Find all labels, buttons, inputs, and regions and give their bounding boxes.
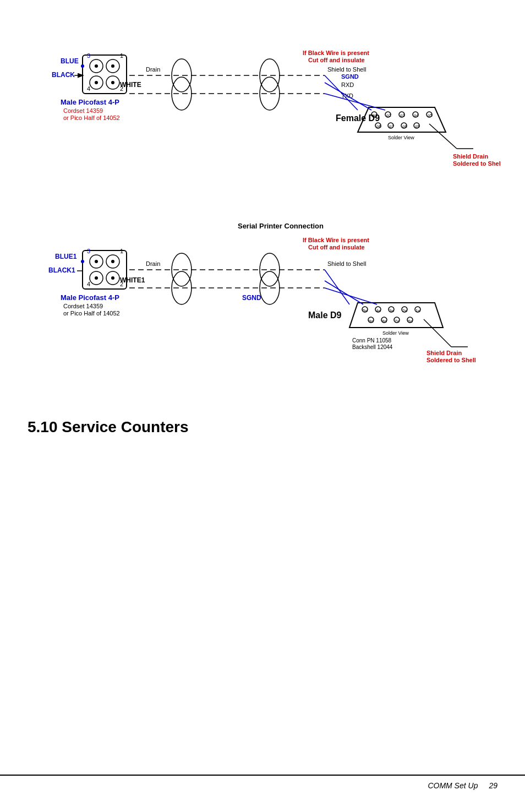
soldered-to-shell-label2: Soldered to Shell	[426, 357, 476, 363]
svg-text:o2: o2	[386, 113, 391, 118]
svg-text:3: 3	[87, 248, 90, 254]
svg-point-51	[111, 260, 114, 263]
shield-to-shell-label1: Shield to Shell	[327, 66, 366, 73]
white-label: WHITE	[120, 81, 141, 89]
svg-point-13	[81, 64, 84, 68]
cut-off-label2: Cut off and insulate	[308, 244, 365, 250]
svg-marker-66	[349, 303, 443, 328]
svg-text:6o: 6o	[408, 319, 413, 324]
white1-label: WHITE1	[120, 276, 145, 284]
black-label: BLACK	[52, 71, 75, 79]
soldered-to-shell-label1: Soldered to Shell	[453, 160, 501, 167]
svg-text:9o: 9o	[369, 319, 374, 324]
male-d9-label: Male D9	[308, 310, 342, 320]
serial-printer-title: Serial Printer Connection	[238, 222, 324, 230]
cut-off-label1: Cut off and insulate	[308, 57, 365, 63]
svg-point-5	[95, 64, 98, 68]
svg-text:2o: 2o	[402, 308, 407, 313]
if-black-label1: If Black Wire is present	[303, 50, 369, 56]
backshell-label: Backshell 12044	[352, 344, 393, 350]
drain-label1: Drain	[146, 66, 160, 73]
svg-text:o9: o9	[415, 124, 420, 129]
svg-line-87	[325, 288, 377, 304]
cordset-label1: Cordset 14359	[63, 107, 103, 114]
svg-point-50	[95, 260, 98, 263]
svg-point-7	[95, 81, 98, 84]
diagram1-female-d9: 3 1 2 4 BLUE BLACK WHITE M	[28, 22, 501, 193]
svg-text:o5: o5	[428, 113, 433, 118]
diagram2-male-d9: Serial Printer Connection If Black Wire …	[28, 215, 501, 391]
shield-drain-label2: Shield Drain	[426, 350, 462, 356]
blue1-label: BLUE1	[55, 253, 77, 260]
blue-label: BLUE	[61, 57, 79, 65]
shield-drain-label1: Shield Drain	[453, 153, 488, 160]
sgnd-label1: SGND	[341, 73, 359, 80]
conn-pn-label: Conn PN 11058	[352, 337, 392, 344]
svg-text:1: 1	[120, 52, 123, 59]
male-picofast-label2: Male Picofast 4-P	[61, 293, 119, 302]
svg-point-8	[111, 81, 114, 84]
svg-line-43	[429, 124, 457, 149]
svg-text:8o: 8o	[382, 319, 387, 324]
male-picofast-label1: Male Picofast 4-P	[61, 98, 119, 106]
shield-to-shell-label2: Shield to Shell	[327, 260, 366, 267]
svg-point-52	[95, 276, 98, 280]
female-d9-label: Female D9	[336, 113, 380, 123]
rxd-label1: RXD	[341, 81, 354, 88]
svg-text:o3: o3	[400, 113, 405, 118]
sgnd-label2: SGND	[242, 294, 261, 302]
svg-point-58	[81, 260, 84, 263]
footer-right: COMM Set Up 29	[428, 781, 497, 790]
cordset-label2: Cordset 14359	[63, 303, 103, 309]
svg-text:4: 4	[87, 281, 90, 287]
svg-point-6	[111, 64, 114, 68]
solder-view-label1: Solder View	[388, 135, 414, 140]
svg-text:4: 4	[87, 85, 90, 92]
svg-text:3o: 3o	[389, 308, 394, 313]
svg-text:1o: 1o	[415, 308, 420, 313]
solder-view-label2: Solder View	[382, 330, 409, 336]
footer-page-number: 29	[489, 781, 497, 790]
svg-text:3: 3	[87, 52, 90, 59]
svg-text:o7: o7	[389, 124, 394, 129]
drain-label2: Drain	[146, 260, 160, 267]
svg-text:1: 1	[120, 248, 123, 254]
svg-line-88	[424, 319, 451, 347]
if-black-label2: If Black Wire is present	[303, 237, 369, 243]
svg-text:5o: 5o	[363, 308, 368, 313]
svg-text:o8: o8	[402, 124, 407, 129]
or-pico-label1: or Pico Half of 14052	[63, 115, 120, 121]
svg-text:7o: 7o	[395, 319, 400, 324]
page-footer: COMM Set Up 29	[0, 775, 525, 795]
svg-text:o6: o6	[376, 124, 381, 129]
or-pico-label2: or Pico Half of 14052	[63, 310, 120, 317]
footer-section: COMM Set Up	[428, 781, 478, 790]
svg-line-85	[325, 270, 349, 304]
svg-point-53	[111, 276, 114, 280]
svg-line-86	[325, 281, 363, 304]
black1-label: BLACK1	[48, 266, 75, 274]
svg-text:o4: o4	[414, 113, 419, 118]
svg-text:4o: 4o	[376, 308, 381, 313]
section-heading: 5.10 Service Counters	[28, 418, 497, 436]
